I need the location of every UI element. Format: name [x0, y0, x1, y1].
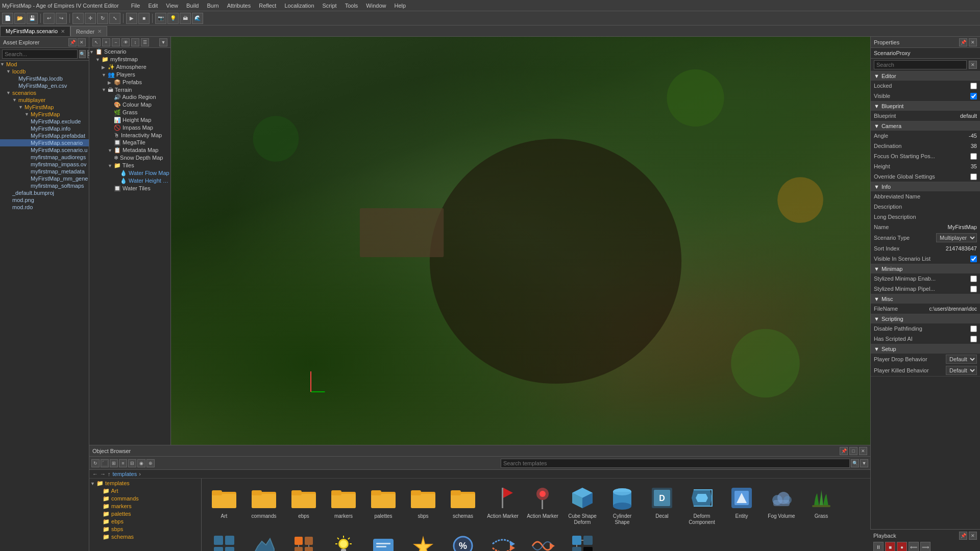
ob-btn-pin[interactable]: 📌 [840, 447, 848, 455]
ob-btn-c[interactable]: ≡ [119, 459, 127, 467]
tree-scenarios[interactable]: ▼ scenarios [0, 89, 89, 96]
prop-section-editor-header[interactable]: ▼ Editor [871, 71, 980, 81]
tb-water[interactable]: 🌊 [192, 13, 203, 24]
st-atmosphere[interactable]: ▶ ✨ Atmosphere [89, 63, 170, 71]
icon-deform-component[interactable]: Deform Component [683, 483, 720, 528]
menu-tools[interactable]: Tools [341, 2, 362, 10]
icon-art[interactable]: Art [206, 483, 242, 528]
ob-btn-f[interactable]: ⊕ [146, 459, 155, 467]
ob-tree-art[interactable]: 📁 Art [90, 487, 200, 495]
ae-btn-pin[interactable]: 📌 [68, 38, 77, 46]
st-audio-region[interactable]: 🔊 Audio Region [89, 93, 170, 101]
pb-btn-pin[interactable]: 📌 [959, 532, 967, 540]
st-grass[interactable]: 🌿 Grass [89, 109, 170, 116]
icon-replicator[interactable]: Replicator [564, 531, 601, 551]
icon-ebps[interactable]: ebps [285, 483, 322, 528]
prop-btn-pin[interactable]: 📌 [959, 38, 967, 46]
tree-default-bumproj[interactable]: _default.bumproj [0, 189, 89, 196]
tb-open[interactable]: 📂 [14, 13, 26, 24]
tree-scenario-file[interactable]: MyFirstMap.scenario [0, 139, 89, 146]
menu-view[interactable]: View [162, 2, 182, 10]
icon-group[interactable]: Group [206, 531, 242, 551]
prop-scriptedai-checkbox[interactable] [970, 336, 977, 342]
icon-instance-component[interactable]: Instance Component [285, 531, 322, 551]
tree-exclude[interactable]: MyFirstMap.exclude [0, 118, 89, 125]
prop-locked-checkbox[interactable] [970, 83, 977, 89]
asset-search-input[interactable] [2, 49, 78, 59]
menu-build[interactable]: Build [182, 2, 203, 10]
pb-rewind[interactable]: ⟸ [909, 542, 919, 551]
ob-tree-templates[interactable]: ▼ 📁 templates [90, 480, 200, 487]
icon-cube-deform[interactable]: Cube Shape Deform [564, 483, 601, 528]
st-scenario[interactable]: ▼ 📋 Scenario [89, 48, 170, 56]
st-interactivity-map[interactable]: 🖱 Interactivity Map [89, 132, 170, 139]
prop-search-input[interactable] [874, 60, 967, 69]
prop-search-close[interactable]: ✕ [969, 61, 977, 69]
prop-focus-checkbox[interactable] [970, 153, 977, 160]
ob-btn-a[interactable]: ⬛ [101, 459, 109, 467]
pb-fast-forward[interactable]: ⟹ [920, 542, 930, 551]
prop-playerkilled-select[interactable]: Default [946, 366, 977, 375]
ob-btn-close[interactable]: ✕ [859, 447, 867, 455]
tree-mod-png[interactable]: mod.png [0, 196, 89, 204]
icon-randomizer[interactable]: Randomizer [524, 531, 561, 551]
st-water-height[interactable]: 💧 Water Height Map [89, 177, 170, 185]
tb-new[interactable]: 📄 [2, 13, 13, 24]
ae-search-icon[interactable]: 🔍 [79, 50, 86, 58]
prop-minimapena-checkbox[interactable] [970, 276, 977, 282]
tb-scale[interactable]: ⤡ [109, 13, 120, 24]
ob-nav-up[interactable]: ↑ [108, 471, 111, 477]
st-btn3[interactable]: − [112, 38, 120, 46]
tb-redo[interactable]: ↪ [56, 13, 67, 24]
tree-softmaps[interactable]: myfirstmap_softmaps [0, 182, 89, 189]
icon-action-marker-2[interactable]: Action Marker [524, 483, 561, 528]
tree-locdb[interactable]: ▼ locdb [0, 68, 89, 75]
tree-mm-gene[interactable]: MyFirstMap_mm_gene [0, 175, 89, 182]
tab-scenario-close[interactable]: ✕ [61, 29, 65, 34]
ob-search-input[interactable] [501, 459, 850, 468]
tree-myfirstmap-folder[interactable]: ▼ MyFirstMap [0, 104, 89, 111]
st-snow-depth[interactable]: ❄ Snow Depth Map [89, 154, 170, 162]
prop-section-setup-header[interactable]: ▼ Setup [871, 344, 980, 354]
prop-btn-close[interactable]: ✕ [969, 38, 977, 46]
tb-undo[interactable]: ↩ [43, 13, 55, 24]
tab-render-close[interactable]: ✕ [97, 29, 102, 34]
prop-section-scripting-header[interactable]: ▼ Scripting [871, 314, 980, 323]
menu-attributes[interactable]: Attributes [223, 2, 255, 10]
menu-file[interactable]: File [127, 2, 144, 10]
tree-mod[interactable]: ▼ Mod [0, 61, 89, 68]
ob-nav-fwd[interactable]: → [100, 471, 106, 477]
prop-minimappipe-checkbox[interactable] [970, 286, 977, 292]
tree-locdb-file1[interactable]: MyFirstMap.locdb [0, 75, 89, 82]
prop-pathfinding-checkbox[interactable] [970, 325, 977, 332]
tree-metadata[interactable]: myfirstmap_metadata [0, 168, 89, 175]
icon-schemas[interactable]: schemas [445, 483, 481, 528]
st-terrain[interactable]: ▼ 🏔 Terrain [89, 86, 170, 93]
icon-probability[interactable]: % Probability [445, 531, 481, 551]
ob-tree-markers[interactable]: 📁 markers [90, 503, 200, 510]
tb-light[interactable]: 💡 [167, 13, 179, 24]
icon-action-marker-1[interactable]: Action Marker [484, 483, 521, 528]
icon-palettes[interactable]: palettes [365, 483, 402, 528]
tree-prefabdat[interactable]: MyFirstMap.prefabdat [0, 132, 89, 139]
icon-commands[interactable]: commands [246, 483, 282, 528]
menu-window[interactable]: Window [362, 2, 390, 10]
st-water-flow[interactable]: 💧 Water Flow Map [89, 169, 170, 177]
icon-message[interactable]: Message [365, 531, 402, 551]
st-players[interactable]: ▼ 👥 Players [89, 71, 170, 79]
st-water-tiles[interactable]: 🔲 Water Tiles [89, 185, 170, 192]
tree-scenario-u[interactable]: MyFirstMap.scenario.u [0, 146, 89, 154]
st-megatile[interactable]: 🔲 MegaTile [89, 139, 170, 146]
tab-render[interactable]: Render ✕ [70, 26, 107, 36]
menu-help[interactable]: Help [390, 2, 410, 10]
ob-refresh[interactable]: ↻ [91, 459, 100, 467]
prop-section-misc-header[interactable]: ▼ Misc [871, 294, 980, 304]
st-btn5[interactable]: ↕ [131, 38, 139, 46]
ob-btn-max[interactable]: □ [849, 447, 857, 455]
ob-btn-d[interactable]: ⊟ [128, 459, 136, 467]
ob-tree-ebps[interactable]: 📁 ebps [90, 518, 200, 525]
tb-select[interactable]: ↖ [72, 13, 84, 24]
ob-nav-templates[interactable]: templates [113, 471, 137, 477]
tb-camera[interactable]: 📷 [155, 13, 166, 24]
prop-override-checkbox[interactable] [970, 173, 977, 180]
